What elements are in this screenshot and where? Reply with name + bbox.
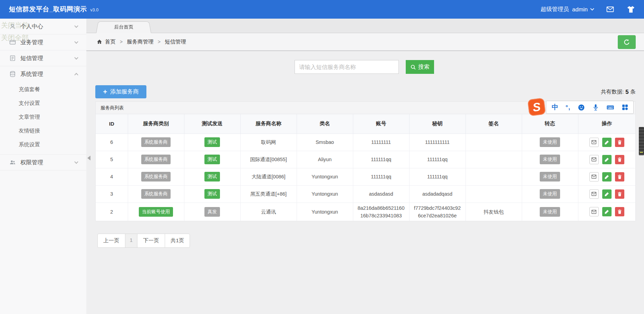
tab-backend-home[interactable]: 后台首页 — [96, 21, 151, 33]
cell-status: 未使用 — [522, 168, 578, 185]
pagination-current-page[interactable]: 1 — [125, 234, 138, 247]
category-badge: 系统服务商 — [141, 189, 171, 199]
edit-button[interactable] — [602, 172, 612, 181]
breadcrumb-separator: > — [158, 39, 161, 45]
column-header-actions: 操作 — [578, 114, 635, 134]
send-message-button[interactable] — [589, 189, 599, 199]
table-row: 3 系统服务商 测试 黑五类通道[+86] Yuntongxun asdasda… — [96, 185, 635, 203]
category-badge: 系统服务商 — [141, 172, 171, 182]
delete-button[interactable] — [615, 172, 624, 181]
refresh-button[interactable] — [618, 35, 636, 49]
total-count: 5 — [625, 89, 628, 95]
send-message-button[interactable] — [589, 207, 599, 216]
toolbox-grid-icon[interactable] — [622, 104, 628, 111]
ime-chinese-mode-icon[interactable]: 中 — [552, 103, 558, 112]
sidebar-item-label: 短信管理 — [20, 55, 43, 62]
send-message-button[interactable] — [589, 172, 599, 181]
edit-button[interactable] — [602, 138, 612, 147]
sidebar-item-system[interactable]: 系统管理 — [0, 66, 86, 82]
mail-icon[interactable] — [606, 5, 614, 13]
pencil-icon — [604, 192, 609, 197]
delete-button[interactable] — [615, 138, 624, 147]
main-area: 后台首页 首页 > 服务商管理 > 短信管理 — [86, 19, 644, 314]
sidebar-item-payment-settings[interactable]: 支付设置 — [0, 96, 86, 110]
cell-status: 未使用 — [522, 185, 578, 203]
add-provider-button[interactable]: + 添加服务商 — [95, 85, 146, 98]
column-header-id: ID — [96, 114, 128, 134]
ime-punctuation-icon[interactable]: °, — [566, 104, 570, 111]
top-bar: 短信群发平台_取码网演示 v3.0 超级管理员 admin — [0, 0, 644, 19]
cell-actions — [578, 185, 635, 203]
breadcrumb-home[interactable]: 首页 — [97, 38, 116, 46]
cell-provider-name: 大陆通道[0086] — [240, 168, 297, 185]
cell-test-send: 测试 — [184, 151, 240, 168]
sidebar-item-sms[interactable]: 短信管理 — [0, 50, 86, 66]
table-row: 5 系统服务商 测试 国际通道[00855] Aliyun 111111qq 1… — [96, 151, 635, 168]
keyboard-icon[interactable] — [606, 104, 614, 111]
provider-table: ID 服务商类别 测试发送 服务商名称 类名 账号 秘钥 签名 转态 操作 6 … — [96, 114, 635, 221]
pencil-icon — [604, 140, 609, 145]
user-menu[interactable]: 超级管理员 admin — [541, 6, 594, 13]
test-send-badge: 真发 — [204, 207, 220, 217]
sidebar: 关闭当前 关闭全部 个人中心 业务管理 — [0, 19, 86, 314]
breadcrumb-bar: 首页 > 服务商管理 > 短信管理 — [86, 33, 644, 51]
sogou-logo-icon[interactable]: S — [527, 98, 546, 116]
microphone-icon[interactable] — [592, 104, 599, 111]
sidebar-item-personal-center[interactable]: 个人中心 — [0, 19, 86, 34]
cell-test-send: 测试 — [184, 168, 240, 185]
content-area: 搜索 + 添加服务商 共有数据: 5 条 服务商列表 S 中 °, — [86, 51, 644, 314]
sidebar-item-system-settings[interactable]: 系统设置 — [0, 138, 86, 151]
chevron-down-icon — [74, 160, 78, 164]
category-badge: 当前账号使用 — [139, 207, 173, 217]
vertical-scrollbar-thumb[interactable] — [639, 127, 644, 155]
sidebar-item-label: 权限管理 — [20, 159, 43, 166]
breadcrumb-separator: > — [120, 39, 123, 45]
status-badge: 未使用 — [540, 155, 560, 165]
send-message-button[interactable] — [589, 155, 599, 164]
chevron-down-icon — [590, 7, 594, 10]
emoji-icon[interactable] — [578, 104, 585, 111]
cell-secret: f7729bdc7f24403c926ce7d2ea81026e — [409, 203, 465, 221]
breadcrumb-provider-management[interactable]: 服务商管理 — [127, 38, 154, 46]
users-icon — [9, 159, 16, 166]
cell-test-send: 测试 — [184, 185, 240, 203]
search-button[interactable]: 搜索 — [406, 60, 434, 74]
cell-signature — [465, 134, 522, 151]
sidebar-item-permissions[interactable]: 权限管理 — [0, 155, 86, 170]
send-message-button[interactable] — [589, 138, 599, 147]
cell-category: 当前账号使用 — [128, 203, 184, 221]
cell-actions — [578, 134, 635, 151]
sidebar-item-recharge-package[interactable]: 充值套餐 — [0, 82, 86, 96]
sidebar-item-article-management[interactable]: 文章管理 — [0, 110, 86, 124]
sidebar-collapse-handle[interactable] — [86, 152, 91, 164]
cell-id: 6 — [96, 134, 128, 151]
column-header-status: 转态 — [522, 114, 578, 134]
cell-status: 未使用 — [522, 134, 578, 151]
search-input[interactable] — [295, 60, 399, 74]
bankcard-icon — [9, 39, 16, 46]
sidebar-item-friend-links[interactable]: 友情链接 — [0, 124, 86, 138]
delete-button[interactable] — [615, 155, 624, 164]
cell-class-name: Yuntongxun — [297, 168, 353, 185]
cell-category: 系统服务商 — [128, 134, 184, 151]
cell-secret: 111111qq — [409, 151, 465, 168]
delete-button[interactable] — [615, 207, 624, 216]
sidebar-item-business[interactable]: 业务管理 — [0, 35, 86, 50]
trash-icon — [617, 174, 622, 179]
cell-class-name: Smsbao — [297, 134, 353, 151]
total-records: 共有数据: 5 条 — [601, 88, 636, 96]
theme-tshirt-icon[interactable] — [627, 5, 635, 13]
pagination-prev[interactable]: 上一页 — [98, 234, 125, 247]
ime-toolbar: S 中 °, — [546, 101, 634, 114]
pagination-next[interactable]: 下一页 — [137, 234, 165, 247]
delete-button[interactable] — [615, 189, 624, 199]
column-header-name: 服务商名称 — [240, 114, 297, 134]
envelope-icon — [591, 191, 597, 197]
sidebar-item-label: 业务管理 — [20, 39, 43, 46]
edit-button[interactable] — [602, 207, 612, 216]
edit-button[interactable] — [602, 189, 612, 199]
cell-account: 8a216da86b652116016b78c233941083 — [353, 203, 409, 221]
edit-button[interactable] — [602, 155, 612, 164]
cell-provider-name: 黑五类通道[+86] — [240, 185, 297, 203]
pagination: 上一页 1 下一页 共1页 — [97, 234, 190, 248]
